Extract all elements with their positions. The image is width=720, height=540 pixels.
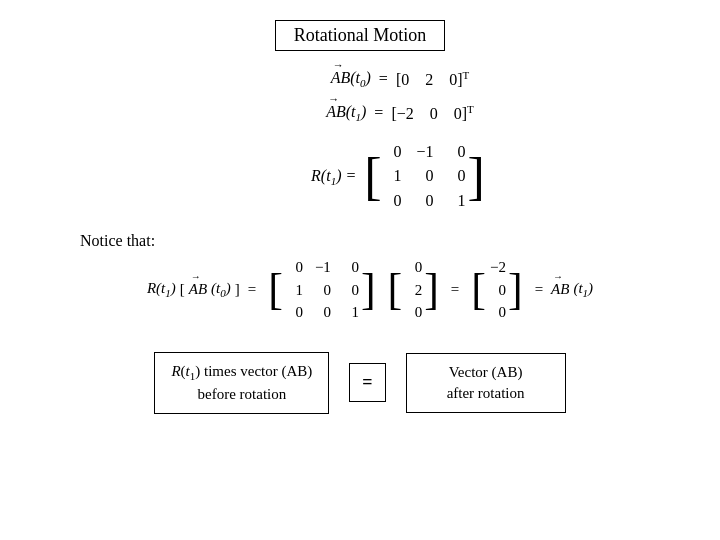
eq2-lhs: → AB (t1)	[326, 103, 366, 123]
right-label-box: Vector (AB) after rotation	[406, 353, 566, 413]
r-t1-label: R(t1) =	[311, 167, 360, 187]
eq1-rhs: [0 2 0]T	[396, 69, 469, 89]
right-label-line2: after rotation	[423, 383, 549, 404]
equals-box: =	[349, 363, 385, 402]
eq2-rhs: [−2 0 0]T	[391, 103, 473, 123]
matrix-equation: R(t1) = [ 0 −1 0 1 0 0 0 0 1 ]	[231, 138, 489, 216]
left-label-box: R(t1) times vector (AB) before rotation	[154, 352, 329, 414]
eq1-lhs: → AB (t0)	[331, 69, 371, 89]
big-vec-ab1: → AB	[551, 281, 569, 298]
big-bracket-open: [	[180, 281, 185, 298]
matrix-r-big: [ 0 −1 0 1 0 0 0 0 1 ]	[268, 254, 375, 326]
matrix-result-vec: [ −2 0 0 ]	[471, 254, 522, 326]
page-container: Rotational Motion → AB (t0) = [0 2 0]T →…	[0, 0, 720, 540]
matrix-r: [ 0 −1 0 1 0 0 0 0 1 ]	[364, 138, 485, 216]
big-equation: R(t1) [ → AB (t0) ] = [ 0 −1 0 1 0 0 0 0…	[127, 254, 593, 326]
left-label-line1: R(t1) times vector (AB)	[171, 361, 312, 384]
vec-arrow-1: → AB	[331, 69, 351, 87]
right-label-line1: Vector (AB)	[423, 362, 549, 383]
equation-2: → AB (t1) = [−2 0 0]T	[246, 103, 474, 123]
matrix-r-content: 0 −1 0 1 0 0 0 0 1	[378, 138, 472, 216]
vec-arrow-2: → AB	[326, 103, 346, 121]
matrix-ab0-vec: [ 0 2 0 ]	[388, 254, 439, 326]
equals-symbol: =	[362, 372, 372, 392]
equation-1: → AB (t0) = [0 2 0]T	[251, 69, 470, 89]
page-title: Rotational Motion	[275, 20, 446, 51]
bottom-row: R(t1) times vector (AB) before rotation …	[154, 352, 565, 414]
left-label-line2: before rotation	[171, 384, 312, 405]
big-vec-ab0: → AB	[189, 281, 207, 298]
big-eq-lhs: R(t1)	[147, 280, 176, 299]
notice-label: Notice that:	[60, 232, 155, 250]
notice-text: Notice that:	[80, 232, 155, 249]
title-text: Rotational Motion	[294, 25, 427, 45]
matrix-r-big-content: 0 −1 0 1 0 0 0 0 1	[279, 254, 365, 326]
